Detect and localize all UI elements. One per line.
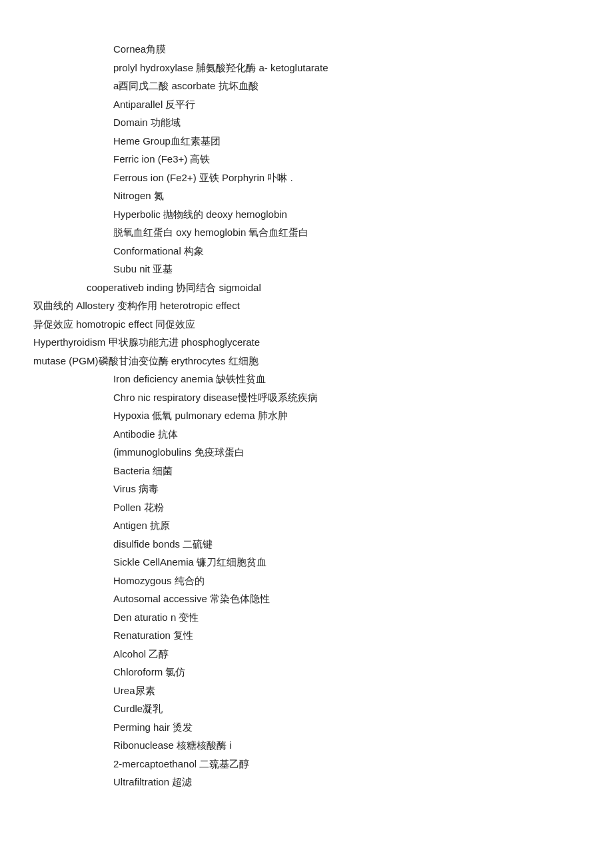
list-item: Cornea角膜 (0, 40, 613, 59)
list-item: Sickle CellAnemia 镰刀红细胞贫血 (0, 553, 613, 572)
list-item: 脱氧血红蛋白 oxy hemoglobin 氧合血红蛋白 (0, 223, 613, 242)
list-item: Hypoxia 低氧 pulmonary edema 肺水肿 (0, 406, 613, 425)
list-item: Hyperthyroidism 甲状腺功能亢进 phosphoglycerate (0, 333, 613, 352)
list-item: 异促效应 homotropic effect 同促效应 (0, 315, 613, 334)
list-item: Domain 功能域 (0, 113, 613, 132)
list-item: Pollen 花粉 (0, 498, 613, 517)
list-item: mutase (PGM)磷酸甘油变位酶 erythrocytes 红细胞 (0, 352, 613, 370)
main-content: Cornea角膜prolyl hydroxylase 脯氨酸羟化酶 a- ket… (0, 0, 613, 831)
list-item: Curdle凝乳 (0, 699, 613, 718)
list-item: Antiparallel 反平行 (0, 95, 613, 114)
list-item: Ribonuclease 核糖核酸酶 i (0, 736, 613, 755)
list-item: Antigen 抗原 (0, 516, 613, 535)
list-item: (immunoglobulins 免疫球蛋白 (0, 443, 613, 462)
list-item: Den aturatio n 变性 (0, 608, 613, 627)
list-item: Heme Group血红素基团 (0, 132, 613, 151)
list-item: Chro nic respiratory disease慢性呼吸系统疾病 (0, 388, 613, 407)
list-item: Perming hair 烫发 (0, 718, 613, 737)
list-item: Virus 病毒 (0, 480, 613, 498)
list-item: Homozygous 纯合的 (0, 572, 613, 590)
list-item: prolyl hydroxylase 脯氨酸羟化酶 a- ketoglutara… (0, 59, 613, 77)
list-item: Antibodie 抗体 (0, 425, 613, 444)
list-item: Bacteria 细菌 (0, 462, 613, 480)
list-item: Ultrafiltration 超滤 (0, 773, 613, 791)
list-item: 2-mercaptoethanol 二巯基乙醇 (0, 755, 613, 773)
list-item: disulfide bonds 二硫键 (0, 535, 613, 554)
list-item: Ferric ion (Fe3+) 高铁 (0, 150, 613, 169)
list-item: Ferrous ion (Fe2+) 亚铁 Porphyrin 卟啉 . (0, 169, 613, 187)
list-item: Iron deficiency anemia 缺铁性贫血 (0, 370, 613, 388)
list-item: Alcohol 乙醇 (0, 645, 613, 663)
list-item: Chloroform 氯仿 (0, 663, 613, 681)
list-item: Subu nit 亚基 (0, 260, 613, 278)
list-item: 双曲线的 Allostery 变构作用 heterotropic effect (0, 296, 613, 315)
list-item: Nitrogen 氮 (0, 187, 613, 205)
list-item: Hyperbolic 抛物线的 deoxy hemoglobin (0, 205, 613, 224)
list-item: Conformational 构象 (0, 242, 613, 260)
list-item: Urea尿素 (0, 681, 613, 700)
list-item: a酉同戊二酸 ascorbate 抗坏血酸 (0, 77, 613, 95)
list-item: Autosomal accessive 常染色体隐性 (0, 590, 613, 608)
list-item: Renaturation 复性 (0, 626, 613, 645)
list-item: cooperativeb inding 协同结合 sigmoidal (0, 278, 613, 297)
